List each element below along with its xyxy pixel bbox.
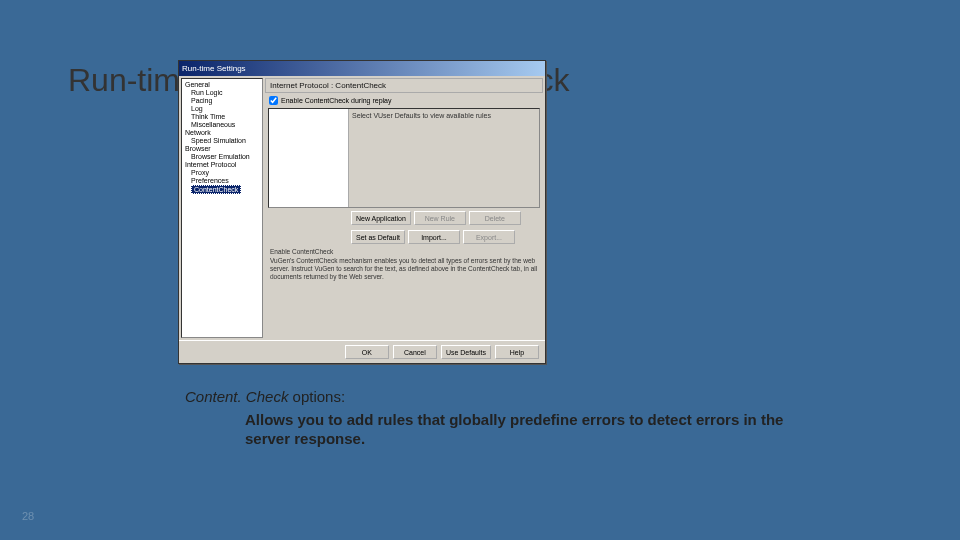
caption-description: Allows you to add rules that globally pr… xyxy=(185,411,825,449)
tree-group-network[interactable]: Network xyxy=(183,129,261,137)
tree-item-pacing[interactable]: Pacing xyxy=(183,97,261,105)
tree-group-browser[interactable]: Browser xyxy=(183,145,261,153)
settings-tree[interactable]: General Run Logic Pacing Log Think Time … xyxy=(181,78,263,338)
settings-right-pane: Internet Protocol : ContentCheck Enable … xyxy=(265,78,543,338)
ok-button[interactable]: OK xyxy=(345,345,389,359)
dialog-body: General Run Logic Pacing Log Think Time … xyxy=(179,76,545,340)
help-button[interactable]: Help xyxy=(495,345,539,359)
enable-contentcheck-checkbox[interactable] xyxy=(269,96,278,105)
caption-italic: Content. Check xyxy=(185,388,288,405)
slide-number: 28 xyxy=(22,510,34,522)
caption-line-1: Content. Check options: xyxy=(185,388,825,407)
set-default-button[interactable]: Set as Default xyxy=(351,230,405,244)
rules-area: Select VUser Defaults to view available … xyxy=(268,108,540,208)
tree-item-proxy[interactable]: Proxy xyxy=(183,169,261,177)
tree-item-log[interactable]: Log xyxy=(183,105,261,113)
hint-title: Enable ContentCheck xyxy=(270,248,538,257)
cancel-button[interactable]: Cancel xyxy=(393,345,437,359)
tree-item-miscellaneous[interactable]: Miscellaneous xyxy=(183,121,261,129)
dialog-footer: OK Cancel Use Defaults Help xyxy=(179,340,545,363)
tree-item-preferences[interactable]: Preferences xyxy=(183,177,261,185)
enable-contentcheck-label: Enable ContentCheck during replay xyxy=(281,97,392,104)
runtime-settings-dialog: Run-time Settings General Run Logic Paci… xyxy=(178,60,546,364)
tree-group-internet-protocol[interactable]: Internet Protocol xyxy=(183,161,261,169)
hint-panel: Enable ContentCheck VuGen's ContentCheck… xyxy=(268,248,540,282)
export-button[interactable]: Export... xyxy=(463,230,515,244)
rules-empty-message: Select VUser Defaults to view available … xyxy=(349,109,539,207)
enable-contentcheck-row: Enable ContentCheck during replay xyxy=(265,93,543,108)
rules-button-row-2: Set as Default Import... Export... xyxy=(265,227,543,246)
tree-item-contentcheck[interactable]: ContentCheck xyxy=(183,185,261,195)
rules-list[interactable] xyxy=(269,109,349,207)
tree-item-run-logic[interactable]: Run Logic xyxy=(183,89,261,97)
new-rule-button[interactable]: New Rule xyxy=(414,211,466,225)
slide-caption: Content. Check options: Allows you to ad… xyxy=(185,388,825,448)
pane-header: Internet Protocol : ContentCheck xyxy=(265,78,543,93)
rules-button-row-1: New Application New Rule Delete xyxy=(265,208,543,227)
tree-item-browser-emulation[interactable]: Browser Emulation xyxy=(183,153,261,161)
delete-button[interactable]: Delete xyxy=(469,211,521,225)
dialog-titlebar: Run-time Settings xyxy=(179,61,545,76)
tree-item-speed-simulation[interactable]: Speed Simulation xyxy=(183,137,261,145)
use-defaults-button[interactable]: Use Defaults xyxy=(441,345,491,359)
new-application-button[interactable]: New Application xyxy=(351,211,411,225)
import-button[interactable]: Import... xyxy=(408,230,460,244)
dialog-title: Run-time Settings xyxy=(182,64,246,73)
tree-item-think-time[interactable]: Think Time xyxy=(183,113,261,121)
hint-body: VuGen's ContentCheck mechanism enables y… xyxy=(270,257,538,281)
caption-rest: options: xyxy=(288,388,345,405)
tree-group-general[interactable]: General xyxy=(183,81,261,89)
